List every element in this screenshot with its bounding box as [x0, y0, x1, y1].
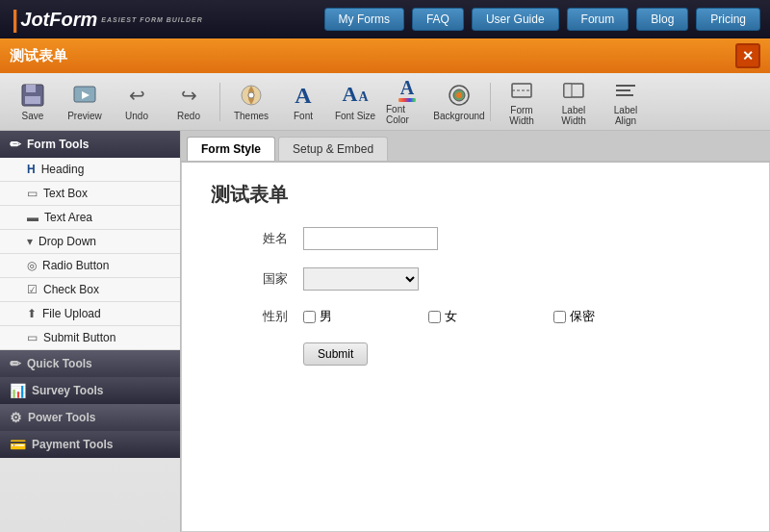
- dropdown-icon: ▾: [27, 235, 33, 248]
- header: | JotForm EASIEST FORM BUILDER My Forms …: [0, 0, 770, 38]
- dropdown-label: Drop Down: [38, 235, 96, 248]
- textarea-label: Text Area: [44, 211, 92, 224]
- checkbox-label: Check Box: [43, 283, 99, 296]
- formwidth-icon: [508, 78, 535, 103]
- payment-tools-section[interactable]: 💳 Payment Tools: [0, 431, 180, 458]
- save-button[interactable]: Save: [8, 77, 58, 127]
- formwidth-label: Form Width: [500, 105, 543, 126]
- textarea-icon: ▬: [27, 211, 38, 224]
- submit-icon: ▭: [27, 331, 38, 344]
- fontsize-label: Font Size: [335, 111, 375, 121]
- nav-pricing[interactable]: Pricing: [696, 8, 760, 31]
- logo: | JotForm EASIEST FORM BUILDER: [12, 5, 203, 35]
- fontcolor-label: Font Color: [386, 104, 428, 125]
- survey-tools-icon: 📊: [10, 383, 26, 398]
- gender-secret[interactable]: 保密: [553, 308, 595, 325]
- undo-button[interactable]: ↩ Undo: [112, 77, 162, 127]
- labelwidth-button[interactable]: Label Width: [549, 77, 599, 127]
- background-button[interactable]: Background: [434, 77, 484, 127]
- save-label: Save: [22, 111, 44, 121]
- gender-male[interactable]: 男: [303, 308, 332, 325]
- quick-tools-section[interactable]: ✏ Quick Tools: [0, 350, 180, 377]
- svg-rect-13: [564, 84, 572, 97]
- nav-my-forms[interactable]: My Forms: [324, 8, 404, 31]
- tab-bar: Form Style Setup & Embed: [181, 131, 770, 163]
- gender-male-checkbox[interactable]: [303, 311, 316, 323]
- checkbox-icon: ☑: [27, 283, 38, 296]
- preview-button[interactable]: Preview: [60, 77, 110, 127]
- fileupload-label: File Upload: [42, 307, 101, 320]
- form-row-gender: 性别 男 女 保密: [211, 308, 740, 325]
- logo-pipe: |: [12, 5, 18, 35]
- sidebar-item-dropdown[interactable]: ▾ Drop Down: [0, 230, 180, 254]
- fontsize-button[interactable]: A A Font Size: [330, 77, 380, 127]
- sidebar-item-checkbox[interactable]: ☑ Check Box: [0, 278, 180, 302]
- tab-setup-embed[interactable]: Setup & Embed: [278, 137, 388, 161]
- gender-label: 性别: [211, 308, 288, 325]
- name-field: [303, 227, 438, 250]
- payment-tools-icon: 💳: [10, 437, 26, 452]
- gender-secret-label: 保密: [570, 308, 595, 325]
- sidebar-item-textarea[interactable]: ▬ Text Area: [0, 206, 180, 230]
- power-tools-section[interactable]: ⚙ Power Tools: [0, 404, 180, 431]
- gender-secret-checkbox[interactable]: [553, 311, 566, 323]
- submit-label: Submit Button: [43, 331, 116, 344]
- heading-icon: H: [27, 163, 36, 176]
- preview-icon: [71, 82, 98, 109]
- labelwidth-label: Label Width: [552, 105, 595, 126]
- background-label: Background: [433, 111, 484, 121]
- labelwidth-icon: [560, 78, 587, 103]
- svg-rect-1: [26, 85, 36, 92]
- name-input[interactable]: [303, 227, 438, 250]
- form-heading: 测试表单: [211, 182, 740, 208]
- textbox-label: Text Box: [43, 187, 88, 200]
- background-icon: [446, 82, 473, 109]
- fileupload-icon: ⬆: [27, 307, 37, 320]
- fontcolor-icon: A: [394, 78, 421, 102]
- themes-button[interactable]: Themes: [226, 77, 276, 127]
- survey-tools-label: Survey Tools: [32, 384, 103, 397]
- sidebar-item-submit[interactable]: ▭ Submit Button: [0, 326, 180, 350]
- form-row-name: 姓名: [211, 227, 740, 250]
- sidebar: ✏ Form Tools H Heading ▭ Text Box ▬ Text…: [0, 131, 181, 532]
- formwidth-button[interactable]: Form Width: [497, 77, 547, 127]
- labelalign-icon: [612, 78, 639, 103]
- country-select[interactable]: [303, 267, 419, 291]
- themes-icon: [238, 82, 265, 109]
- font-label: Font: [294, 111, 313, 121]
- gender-options: 男 女 保密: [303, 308, 595, 325]
- nav-blog[interactable]: Blog: [636, 8, 688, 31]
- sidebar-item-heading[interactable]: H Heading: [0, 158, 180, 182]
- content-area: Form Style Setup & Embed 测试表单 姓名 国家 性: [181, 131, 770, 532]
- font-button[interactable]: A Font: [278, 77, 328, 127]
- preview-label: Preview: [67, 111, 102, 121]
- gender-field: 男 女 保密: [303, 308, 595, 325]
- form-tools-icon: ✏: [10, 137, 21, 152]
- nav-forum[interactable]: Forum: [567, 8, 629, 31]
- nav-faq[interactable]: FAQ: [412, 8, 464, 31]
- power-tools-icon: ⚙: [10, 410, 22, 425]
- form-tools-section[interactable]: ✏ Form Tools: [0, 131, 180, 158]
- radio-label: Radio Button: [42, 259, 109, 272]
- gender-female[interactable]: 女: [428, 308, 457, 325]
- labelalign-button[interactable]: Label Align: [601, 77, 651, 127]
- gender-female-checkbox[interactable]: [428, 311, 441, 323]
- fontsize-icon: A A: [342, 82, 369, 109]
- survey-tools-section[interactable]: 📊 Survey Tools: [0, 377, 180, 404]
- undo-label: Undo: [125, 111, 148, 121]
- sidebar-item-textbox[interactable]: ▭ Text Box: [0, 182, 180, 206]
- form-title-bar: 测试表单: [10, 47, 67, 65]
- sidebar-item-radio[interactable]: ◎ Radio Button: [0, 254, 180, 278]
- svg-point-6: [248, 92, 254, 98]
- form-row-submit: Submit: [211, 342, 740, 366]
- tab-form-style[interactable]: Form Style: [187, 137, 275, 161]
- form-preview: 测试表单 姓名 国家 性别: [181, 163, 770, 532]
- gender-female-label: 女: [445, 308, 457, 325]
- redo-button[interactable]: ↪ Redo: [164, 77, 214, 127]
- submit-button[interactable]: Submit: [303, 342, 368, 366]
- nav-user-guide[interactable]: User Guide: [472, 8, 559, 31]
- close-button[interactable]: ✕: [735, 43, 760, 68]
- sidebar-item-fileupload[interactable]: ⬆ File Upload: [0, 302, 180, 326]
- svg-rect-2: [25, 96, 40, 104]
- fontcolor-button[interactable]: A Font Color: [382, 77, 432, 127]
